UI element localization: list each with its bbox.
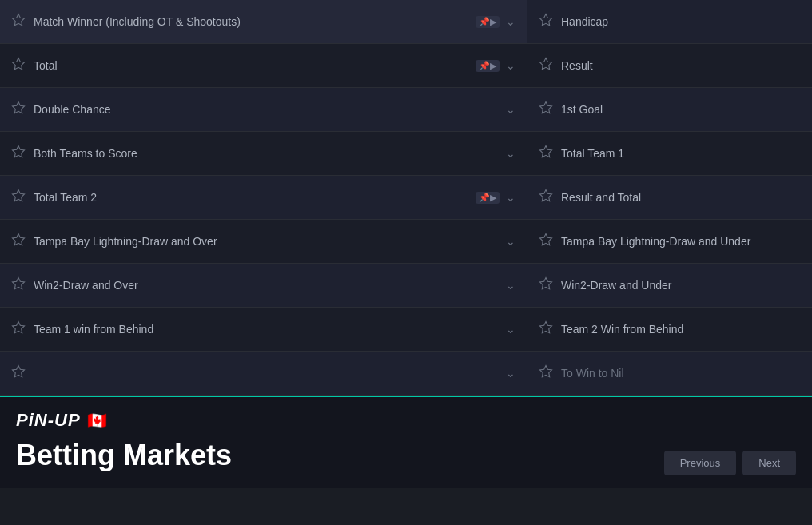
star-icon[interactable]	[539, 101, 553, 118]
market-label: Tampa Bay Lightning-Draw and Under	[561, 235, 801, 248]
right-icons: 📌▶⌄	[476, 59, 515, 72]
right-column: Handicap Result 1st Goal Total Team 1	[527, 0, 812, 396]
star-icon[interactable]	[11, 233, 26, 250]
svg-marker-10	[540, 58, 552, 70]
chevron-icon: ⌄	[506, 191, 515, 204]
market-label: Win2-Draw and Over	[34, 279, 506, 292]
right-icons: ⌄	[506, 235, 515, 248]
svg-marker-0	[13, 14, 25, 26]
right-icons: 📌▶⌄	[476, 191, 515, 204]
chevron-icon: ⌄	[506, 15, 515, 28]
star-icon[interactable]	[539, 189, 553, 206]
pin-up-logo: PiN-UP 🇨🇦	[16, 410, 796, 431]
svg-marker-3	[13, 146, 25, 157]
right-icons: ⌄	[506, 147, 515, 160]
next-button[interactable]: Next	[742, 451, 796, 475]
right-icons: ⌄	[506, 103, 515, 116]
right-market-row[interactable]: Win2-Draw and Under	[527, 264, 812, 308]
chevron-icon: ⌄	[506, 279, 515, 292]
pin-badge: 📌▶	[476, 192, 500, 204]
bottom-buttons: Previous Next	[664, 451, 796, 475]
svg-marker-8	[13, 366, 25, 377]
right-market-row[interactable]: Result	[527, 44, 812, 88]
right-market-row[interactable]: Total Team 1	[527, 132, 812, 176]
star-icon[interactable]	[11, 57, 26, 74]
market-label: Win2-Draw and Under	[561, 279, 801, 292]
chevron-icon: ⌄	[506, 59, 515, 72]
left-market-row[interactable]: Double Chance ⌄	[0, 88, 527, 132]
right-icons: 📌▶⌄	[476, 15, 515, 28]
market-label: Result and Total	[561, 191, 801, 204]
market-label: Team 2 Win from Behind	[561, 323, 801, 336]
star-icon[interactable]	[539, 13, 553, 30]
left-market-row[interactable]: Total Team 2 📌▶⌄	[0, 176, 527, 220]
chevron-icon: ⌄	[506, 103, 515, 116]
market-label: Total Team 2	[34, 191, 476, 204]
right-market-row[interactable]: Result and Total	[527, 176, 812, 220]
right-market-row[interactable]: 1st Goal	[527, 88, 812, 132]
market-label: 1st Goal	[561, 103, 801, 116]
chevron-icon: ⌄	[506, 147, 515, 160]
svg-marker-6	[13, 278, 25, 289]
star-icon[interactable]	[539, 320, 553, 338]
left-column: Match Winner (Including OT & Shootouts) …	[0, 0, 527, 396]
svg-marker-14	[540, 234, 552, 245]
left-market-row[interactable]: Tampa Bay Lightning-Draw and Over ⌄	[0, 220, 527, 264]
star-icon[interactable]	[11, 364, 26, 382]
market-label: Team 1 win from Behind	[34, 323, 506, 336]
svg-marker-4	[13, 190, 25, 201]
market-label: To Win to Nil	[561, 367, 801, 380]
star-icon[interactable]	[11, 189, 26, 206]
right-market-row[interactable]: To Win to Nil	[527, 352, 812, 396]
left-market-row[interactable]: Win2-Draw and Over ⌄	[0, 264, 527, 308]
left-market-row[interactable]: Both Teams to Score ⌄	[0, 132, 527, 176]
svg-marker-17	[540, 366, 552, 377]
bottom-section: PiN-UP 🇨🇦 Betting Markets Previous Next	[0, 396, 812, 488]
left-market-row[interactable]: Team 1 win from Behind ⌄	[0, 308, 527, 352]
svg-marker-16	[540, 322, 552, 333]
star-icon[interactable]	[539, 276, 553, 294]
pin-badge: 📌▶	[476, 16, 500, 28]
right-market-row[interactable]: Handicap	[527, 0, 812, 44]
svg-marker-2	[13, 102, 25, 113]
chevron-icon: ⌄	[506, 323, 515, 336]
left-market-row[interactable]: Total 📌▶⌄	[0, 44, 527, 88]
svg-marker-1	[13, 58, 25, 70]
star-icon[interactable]	[539, 57, 553, 74]
star-icon[interactable]	[11, 145, 26, 162]
chevron-icon: ⌄	[506, 367, 515, 380]
svg-marker-11	[540, 102, 552, 113]
right-market-row[interactable]: Tampa Bay Lightning-Draw and Under	[527, 220, 812, 264]
market-label: Result	[561, 59, 801, 72]
star-icon[interactable]	[11, 101, 26, 118]
pin-badge: 📌▶	[476, 60, 500, 72]
market-label: Both Teams to Score	[34, 147, 506, 160]
market-label: Match Winner (Including OT & Shootouts)	[34, 15, 476, 28]
right-icons: ⌄	[506, 323, 515, 336]
flag-icon: 🇨🇦	[87, 411, 107, 430]
market-label: Handicap	[561, 15, 801, 28]
svg-marker-15	[540, 278, 552, 289]
market-label: Total	[34, 59, 476, 72]
market-label: Total Team 1	[561, 147, 801, 160]
svg-marker-5	[13, 234, 25, 245]
pin-up-logo-text: PiN-UP	[16, 410, 81, 431]
market-label: Double Chance	[34, 103, 506, 116]
market-label: Tampa Bay Lightning-Draw and Over	[34, 235, 506, 248]
svg-marker-9	[540, 14, 552, 26]
star-icon[interactable]	[539, 233, 553, 250]
right-icons: ⌄	[506, 367, 515, 380]
svg-marker-7	[13, 322, 25, 333]
left-market-row[interactable]: Match Winner (Including OT & Shootouts) …	[0, 0, 527, 44]
right-icons: ⌄	[506, 279, 515, 292]
star-icon[interactable]	[11, 320, 26, 338]
left-market-row[interactable]: ⌄	[0, 352, 527, 396]
markets-container: Match Winner (Including OT & Shootouts) …	[0, 0, 812, 396]
right-market-row[interactable]: Team 2 Win from Behind	[527, 308, 812, 352]
previous-button[interactable]: Previous	[664, 451, 737, 475]
chevron-icon: ⌄	[506, 235, 515, 248]
star-icon[interactable]	[539, 364, 553, 382]
star-icon[interactable]	[539, 145, 553, 162]
star-icon[interactable]	[11, 276, 26, 294]
star-icon[interactable]	[11, 13, 26, 30]
